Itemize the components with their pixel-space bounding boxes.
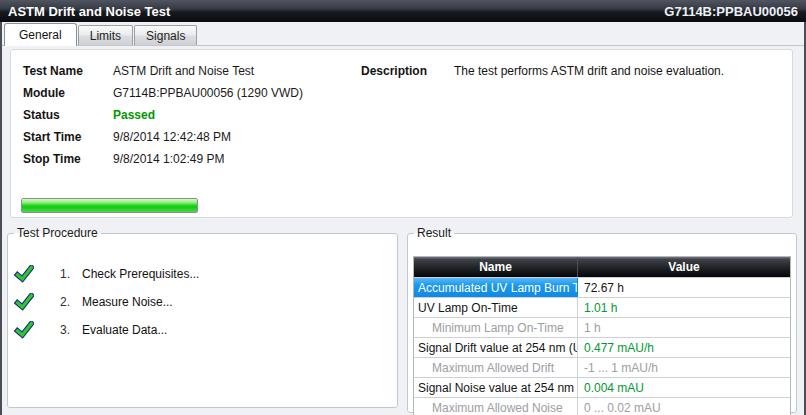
table-row-accumulated-burn-time[interactable]: Accumulated UV Lamp Burn Time 72.67 h (414, 277, 790, 297)
green-check-icon (14, 321, 34, 339)
result-table-header: Name Value (414, 257, 790, 277)
table-row-signal-noise[interactable]: Signal Noise value at 254 nm (UV) 0.004 … (414, 377, 790, 397)
table-row-minimum-lamp-on-time[interactable]: Minimum Lamp On-Time 1 h (414, 317, 790, 337)
window-title: ASTM Drift and Noise Test (8, 4, 170, 19)
result-title: Result (414, 226, 454, 240)
tab-general[interactable]: General (4, 23, 77, 46)
device-id-label: G7114B:PPBAU00056 (664, 4, 798, 19)
test-progress-bar (21, 198, 198, 213)
tab-signals[interactable]: Signals (134, 25, 197, 45)
field-test-name: Test Name ASTM Drift and Noise Test (23, 63, 303, 85)
test-dialog-window: ASTM Drift and Noise Test G7114B:PPBAU00… (0, 0, 806, 415)
test-progress-fill (22, 199, 197, 212)
field-module: Module G7114B:PPBAU00056 (1290 VWD) (23, 85, 303, 107)
status-badge: Passed (113, 107, 155, 123)
info-fields: Test Name ASTM Drift and Noise Test Modu… (23, 63, 303, 173)
description-block: Description The test performs ASTM drift… (361, 63, 784, 79)
procedure-step-1: 1. Check Prerequisites... (14, 265, 199, 283)
table-row-lamp-on-time[interactable]: UV Lamp On-Time 1.01 h (414, 297, 790, 317)
procedure-step-2: 2. Measure Noise... (14, 293, 173, 311)
window-border-left (0, 22, 2, 415)
title-bar: ASTM Drift and Noise Test G7114B:PPBAU00… (0, 0, 806, 22)
test-procedure-title: Test Procedure (14, 226, 101, 240)
tab-strip: General Limits Signals (2, 22, 804, 46)
description-label: Description (361, 63, 454, 79)
table-row-maximum-allowed-noise[interactable]: Maximum Allowed Noise 0 ... 0.02 mAU (414, 397, 790, 415)
test-procedure-group: Test Procedure 1. Check Prerequisites...… (7, 226, 398, 408)
table-row-maximum-allowed-drift[interactable]: Maximum Allowed Drift -1 ... 1 mAU/h (414, 357, 790, 377)
procedure-step-3: 3. Evaluate Data... (14, 321, 167, 339)
tab-limits[interactable]: Limits (78, 25, 133, 45)
field-status: Status Passed (23, 107, 303, 129)
field-stop-time: Stop Time 9/8/2014 1:02:49 PM (23, 151, 303, 173)
result-col-name: Name (414, 257, 578, 277)
result-col-value: Value (578, 257, 790, 277)
table-row-signal-drift[interactable]: Signal Drift value at 254 nm (UV) 0.477 … (414, 337, 790, 357)
test-info-panel: Test Name ASTM Drift and Noise Test Modu… (10, 49, 793, 218)
field-start-time: Start Time 9/8/2014 12:42:48 PM (23, 129, 303, 151)
result-table: Name Value Accumulated UV Lamp Burn Time… (413, 256, 791, 415)
green-check-icon (14, 265, 34, 283)
green-check-icon (14, 293, 34, 311)
description-text: The test performs ASTM drift and noise e… (454, 63, 784, 79)
result-group: Result Name Value Accumulated UV Lamp Bu… (407, 226, 797, 413)
